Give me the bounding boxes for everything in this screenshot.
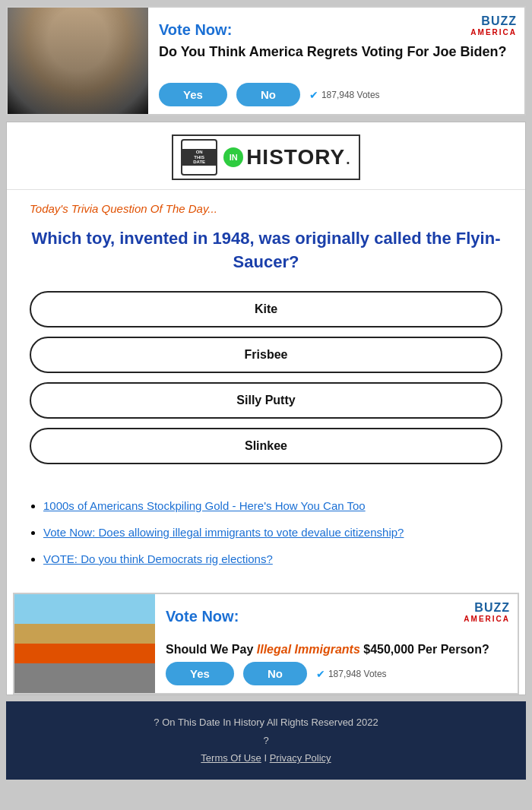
bottom-ad-vote-label: Vote Now: — [166, 608, 507, 625]
trivia-option-frisbee[interactable]: Frisbee — [30, 337, 502, 373]
top-ad-image — [8, 8, 148, 114]
top-ad-content: BUZZ AMERICA Vote Now: Do You Think Amer… — [148, 8, 524, 114]
link-immigrants-vote[interactable]: Vote Now: Does allowing illegal immigran… — [43, 526, 404, 539]
list-item: 1000s of Americans Stockpiling Gold - He… — [43, 498, 510, 514]
top-ad-vote-label: Vote Now: — [159, 21, 514, 39]
bottom-ad-q-part3: Per Person? — [414, 643, 489, 656]
top-ad-banner: BUZZ AMERICA Vote Now: Do You Think Amer… — [6, 6, 526, 115]
bottom-ad-buttons: Yes No ✔ 187,948 Votes — [166, 662, 507, 685]
top-ad-buttons: Yes No ✔ 187,948 Votes — [159, 83, 514, 106]
bottom-ad-content: BUZZ AMERICA Vote Now: Should We Pay Ill… — [155, 594, 518, 694]
buzz-logo-bottom: BUZZ AMERICA — [464, 600, 510, 624]
footer-links: Terms Of Use I Privacy Policy — [14, 749, 518, 767]
bottom-ad-q-highlight: Illegal Immigrants — [257, 643, 360, 656]
trivia-options: Kite Frisbee Silly Putty Slinkee — [30, 291, 502, 464]
bottom-ad-q-part1: Should We Pay — [166, 643, 257, 656]
bottom-ad-votes: ✔ 187,948 Votes — [316, 668, 387, 680]
top-ad-votes: ✔ 187,948 Votes — [309, 89, 380, 101]
trivia-section: Today's Trivia Question Of The Day... Wh… — [7, 190, 525, 490]
calendar-top-text: ONTHISDATE — [182, 149, 216, 166]
bottom-ad-q-bold: $450,000 — [363, 643, 414, 656]
top-ad-question: Do You Think America Regrets Voting For … — [159, 43, 514, 61]
history-logo: ONTHISDATE IN HISTORY . — [172, 134, 360, 180]
bottom-ad-question: Should We Pay Illegal Immigrants $450,00… — [166, 642, 507, 658]
in-text: IN — [230, 153, 238, 162]
checkmark-icon: ✔ — [309, 89, 318, 101]
bottom-ad-no-button[interactable]: No — [243, 662, 307, 685]
history-dot: . — [345, 145, 351, 169]
footer-copyright: ? On This Date In History All Rights Res… — [14, 713, 518, 731]
trivia-option-kite[interactable]: Kite — [30, 291, 502, 327]
buzz-sub-top: AMERICA — [470, 28, 517, 37]
history-text: HISTORY — [246, 145, 345, 169]
link-gold[interactable]: 1000s of Americans Stockpiling Gold - He… — [43, 499, 366, 512]
bottom-ad-yes-button[interactable]: Yes — [166, 662, 234, 685]
protest-photo — [14, 594, 155, 693]
biden-photo — [8, 8, 148, 114]
buzz-brand-top: BUZZ — [481, 14, 517, 27]
calendar-icon: ONTHISDATE — [181, 139, 217, 176]
bottom-ad-banner: BUZZ AMERICA Vote Now: Should We Pay Ill… — [13, 593, 519, 695]
footer-terms-link[interactable]: Terms Of Use — [201, 752, 261, 764]
footer-question-mark: ? — [14, 732, 518, 749]
footer-pipe: I — [264, 752, 267, 764]
trivia-option-silly-putty[interactable]: Silly Putty — [30, 382, 502, 419]
trivia-label: Today's Trivia Question Of The Day... — [30, 202, 502, 215]
link-democrats[interactable]: VOTE: Do you think Democrats rig electio… — [43, 552, 273, 565]
top-ad-yes-button[interactable]: Yes — [159, 83, 227, 106]
list-item: Vote Now: Does allowing illegal immigran… — [43, 524, 510, 540]
buzz-logo: BUZZ AMERICA — [470, 14, 517, 37]
footer-privacy-link[interactable]: Privacy Policy — [270, 752, 331, 764]
footer-copyright-text: ? On This Date In History All Rights Res… — [154, 717, 378, 728]
history-header: ONTHISDATE IN HISTORY . — [7, 122, 525, 190]
links-section: 1000s of Americans Stockpiling Gold - He… — [7, 490, 525, 593]
trivia-question: Which toy, invented in 1948, was origina… — [30, 227, 502, 274]
checkmark-icon-bottom: ✔ — [316, 668, 325, 680]
top-ad-votes-count: 187,948 Votes — [321, 90, 380, 100]
main-content-box: ONTHISDATE IN HISTORY . Today's Trivia Q… — [6, 122, 526, 695]
buzz-brand-bottom: BUZZ — [474, 601, 510, 614]
trivia-option-slinkee[interactable]: Slinkee — [30, 428, 502, 464]
buzz-sub-bottom: AMERICA — [464, 615, 510, 624]
bottom-ad-votes-count: 187,948 Votes — [328, 669, 387, 679]
footer: ? On This Date In History All Rights Res… — [6, 701, 526, 779]
in-badge: IN — [223, 147, 243, 167]
list-item: VOTE: Do you think Democrats rig electio… — [43, 551, 510, 567]
top-ad-no-button[interactable]: No — [236, 83, 300, 106]
bottom-ad-image — [14, 594, 155, 694]
links-list: 1000s of Americans Stockpiling Gold - He… — [30, 498, 510, 567]
